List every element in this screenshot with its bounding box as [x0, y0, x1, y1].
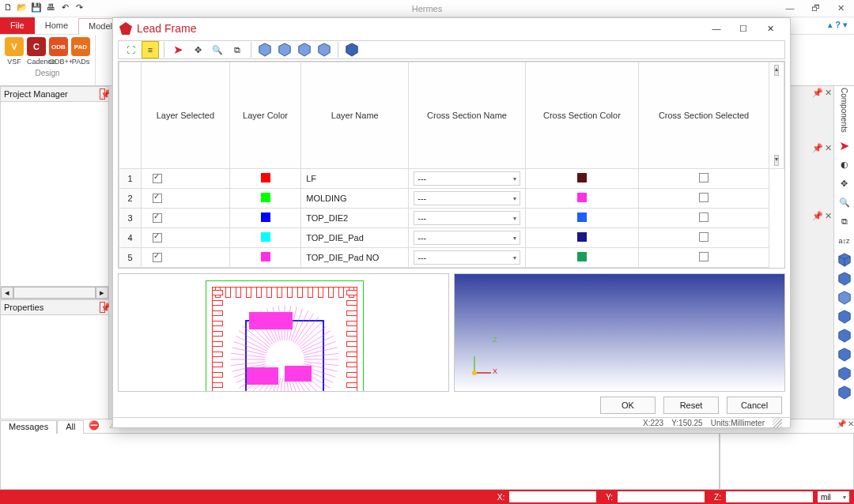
iso-a-icon[interactable]: [256, 41, 274, 58]
table-row[interactable]: 1LF---: [119, 169, 784, 189]
layer-color-swatch[interactable]: [261, 193, 270, 202]
app-restore-button[interactable]: 🗗: [803, 0, 827, 16]
layer-color-swatch[interactable]: [261, 213, 270, 222]
pan-icon[interactable]: ✥: [189, 41, 206, 58]
status-y-field[interactable]: [618, 491, 705, 502]
dialog-minimize-button[interactable]: —: [703, 18, 730, 39]
pan-tool-icon[interactable]: ✥: [836, 175, 853, 193]
orbit-tool-icon[interactable]: ◐: [836, 156, 853, 174]
view-iso2-icon[interactable]: [836, 270, 853, 288]
error-filter-icon[interactable]: ⛔: [84, 419, 104, 433]
col-layer-color[interactable]: Layer Color: [229, 62, 300, 169]
iso-b-icon[interactable]: [276, 41, 293, 58]
cancel-button[interactable]: Cancel: [727, 397, 782, 414]
layer-selected-checkbox[interactable]: [153, 233, 162, 243]
col-cs-color[interactable]: Cross Section Color: [525, 62, 638, 169]
messages-tab[interactable]: Messages: [0, 420, 57, 434]
cross-section-color-swatch[interactable]: [577, 213, 587, 222]
layout-preview-3d[interactable]: Z X: [454, 273, 785, 392]
view-right-icon[interactable]: [836, 346, 853, 363]
layer-selected-checkbox[interactable]: [153, 213, 162, 223]
view-top-icon[interactable]: [836, 365, 853, 382]
help-button[interactable]: ▴ ? ▾: [822, 17, 854, 34]
tab-file[interactable]: File: [0, 17, 35, 34]
col-cs-selected[interactable]: Cross Section Selected: [639, 62, 769, 169]
ruler-tool-icon[interactable]: a↕z: [836, 232, 853, 250]
col-layer-selected[interactable]: Layer Selected: [142, 62, 230, 169]
table-row[interactable]: 2MOLDING---: [119, 189, 784, 209]
layer-selected-checkbox[interactable]: [153, 253, 162, 262]
close-icon[interactable]: ✕: [825, 211, 832, 221]
iso-c-icon[interactable]: [296, 41, 313, 58]
cross-section-name-select[interactable]: ---: [414, 171, 520, 186]
status-unit-select[interactable]: mil: [818, 491, 849, 502]
app-close-button[interactable]: ✕: [829, 0, 852, 16]
zoom-area-icon[interactable]: ⧉: [229, 41, 246, 58]
cross-section-name-select[interactable]: ---: [414, 191, 520, 205]
zoom-icon[interactable]: 🔍: [209, 41, 226, 58]
pin-icon[interactable]: 📌: [812, 88, 823, 98]
measure-icon[interactable]: ≡: [142, 41, 159, 58]
pin-icon[interactable]: 📌: [812, 143, 823, 153]
cross-section-color-swatch[interactable]: [577, 232, 587, 242]
view-iso1-icon[interactable]: [836, 251, 853, 269]
cross-section-selected-checkbox[interactable]: [699, 173, 709, 182]
ribbon-btn-pads[interactable]: PADPADs: [71, 37, 90, 67]
scroll-right-icon[interactable]: ▸: [96, 287, 108, 299]
layer-selected-checkbox[interactable]: [153, 174, 162, 183]
layer-color-swatch[interactable]: [261, 252, 270, 261]
tab-home[interactable]: Home: [35, 17, 78, 34]
resize-grip-icon[interactable]: [773, 418, 782, 427]
pointer-icon[interactable]: ➤: [169, 41, 187, 58]
app-minimize-button[interactable]: —: [778, 0, 802, 16]
view-bottom-icon[interactable]: [836, 384, 853, 401]
select-tool-icon[interactable]: ➤: [836, 137, 853, 155]
ribbon-btn-cadence[interactable]: CCadence: [27, 37, 46, 67]
zoom-tool-icon[interactable]: 🔍: [836, 194, 853, 212]
scroll-left-icon[interactable]: ◂: [1, 287, 13, 299]
col-layer-name[interactable]: Layer Name: [301, 62, 409, 169]
status-z-field[interactable]: [726, 491, 813, 502]
components-tab[interactable]: Components: [840, 88, 848, 133]
layout-preview-2d[interactable]: [118, 273, 449, 392]
reset-button[interactable]: Reset: [663, 397, 719, 414]
status-x-field[interactable]: [509, 491, 596, 502]
qa-undo-icon[interactable]: ↶: [59, 0, 71, 14]
view-back-icon[interactable]: [836, 308, 853, 325]
col-cs-name[interactable]: Cross Section Name: [409, 62, 525, 169]
layer-color-swatch[interactable]: [261, 232, 270, 242]
ribbon-btn-vsf[interactable]: VVSF: [5, 37, 24, 67]
view-left-icon[interactable]: [836, 327, 853, 344]
cross-section-name-select[interactable]: ---: [414, 250, 520, 265]
iso-solid-icon[interactable]: [343, 41, 361, 58]
cross-section-name-select[interactable]: ---: [414, 211, 520, 225]
cross-section-selected-checkbox[interactable]: [699, 213, 709, 222]
layer-selected-checkbox[interactable]: [153, 194, 162, 203]
cross-section-name-select[interactable]: ---: [414, 231, 520, 245]
cross-section-selected-checkbox[interactable]: [699, 193, 709, 202]
close-icon[interactable]: ✕: [825, 143, 832, 153]
ok-button[interactable]: OK: [600, 397, 656, 414]
zoom-area-tool-icon[interactable]: ⧉: [836, 213, 853, 231]
qa-open-icon[interactable]: 📂: [16, 0, 28, 14]
cross-section-color-swatch[interactable]: [577, 193, 587, 202]
cross-section-color-swatch[interactable]: [577, 173, 587, 182]
cross-section-color-swatch[interactable]: [577, 252, 587, 261]
view-front-icon[interactable]: [836, 289, 853, 307]
qa-print-icon[interactable]: 🖶: [44, 0, 57, 14]
table-row[interactable]: 5TOP_DIE_Pad NO---: [119, 248, 784, 268]
close-icon[interactable]: ✕: [825, 88, 832, 98]
table-row[interactable]: 3TOP_DIE2---: [119, 209, 784, 228]
fit-window-icon[interactable]: ⛶: [122, 41, 139, 58]
close-icon[interactable]: ✕: [848, 419, 854, 433]
dialog-close-button[interactable]: ✕: [757, 18, 784, 39]
pin-icon[interactable]: 📌: [812, 211, 823, 221]
grid-scrollbar[interactable]: ▴▾: [769, 62, 784, 169]
pin-icon[interactable]: 📌: [837, 419, 846, 433]
iso-d-icon[interactable]: [316, 41, 333, 58]
cross-section-selected-checkbox[interactable]: [699, 232, 709, 242]
cross-section-selected-checkbox[interactable]: [699, 252, 709, 261]
table-row[interactable]: 4TOP_DIE_Pad---: [119, 228, 784, 248]
messages-tab-all[interactable]: All: [57, 420, 84, 434]
ribbon-btn-odb[interactable]: ODBODB++: [49, 37, 68, 67]
